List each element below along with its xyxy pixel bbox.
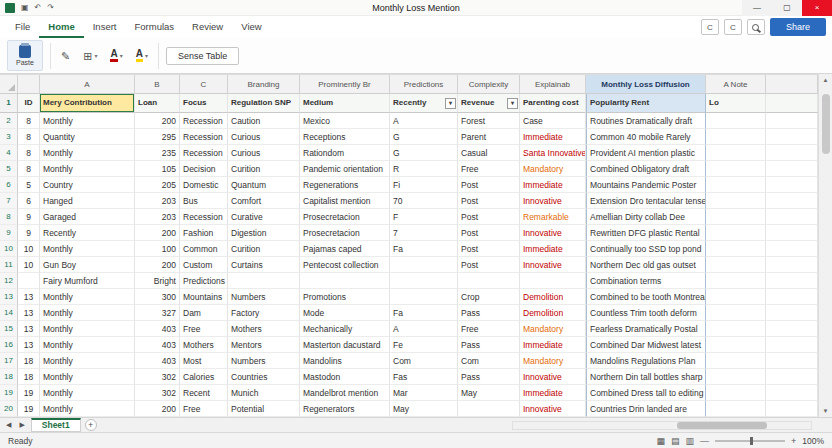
cell-j[interactable]: Countries Drin landed are: [586, 401, 706, 417]
row-number[interactable]: 19: [0, 385, 18, 401]
header-cell-g[interactable]: Recently▾: [390, 94, 458, 113]
cell-k[interactable]: [706, 129, 766, 145]
scroll-down-icon[interactable]: ▼: [823, 405, 829, 417]
cell-h[interactable]: Post: [458, 177, 520, 193]
sheet-tab[interactable]: Sheet1: [31, 418, 81, 432]
cell-d[interactable]: Free: [180, 321, 228, 337]
cell-c[interactable]: 100: [135, 241, 180, 257]
cell-g[interactable]: [390, 289, 458, 305]
empty-cell[interactable]: [766, 209, 818, 225]
cell-f[interactable]: Regenerators: [300, 401, 390, 417]
cell-j[interactable]: Combined Dar Midwest latest: [586, 337, 706, 353]
cell-f[interactable]: Mode: [300, 305, 390, 321]
zoom-level[interactable]: 100%: [802, 436, 824, 446]
empty-cell[interactable]: [766, 145, 818, 161]
cell-i[interactable]: Innovative: [520, 401, 586, 417]
empty-cell[interactable]: [766, 273, 818, 289]
cell-e[interactable]: [228, 273, 300, 289]
sheet-next-button[interactable]: ▶: [17, 421, 26, 429]
vscroll-thumb[interactable]: [822, 94, 830, 154]
cell-b[interactable]: Country: [40, 177, 135, 193]
row-number[interactable]: 12: [0, 273, 18, 289]
cell-h[interactable]: Crop: [458, 289, 520, 305]
sense-table-button[interactable]: Sense Table: [166, 47, 239, 65]
cell-f[interactable]: Capitalist mention: [300, 193, 390, 209]
cell-c[interactable]: 403: [135, 337, 180, 353]
cell-j[interactable]: Common 40 mobile Rarely: [586, 129, 706, 145]
cell-a[interactable]: 13: [18, 305, 40, 321]
select-all-corner[interactable]: [0, 75, 18, 93]
cell-b[interactable]: Gun Boy: [40, 257, 135, 273]
tab-formulas[interactable]: Formulas: [125, 16, 183, 38]
close-button[interactable]: ×: [802, 0, 832, 16]
cell-d[interactable]: Most: [180, 353, 228, 369]
cell-d[interactable]: Common: [180, 241, 228, 257]
cell-d[interactable]: Fashion: [180, 225, 228, 241]
cell-j[interactable]: Combined to be tooth Montreal: [586, 289, 706, 305]
cell-a[interactable]: 9: [18, 209, 40, 225]
cell-g[interactable]: F: [390, 209, 458, 225]
cell-g[interactable]: G: [390, 145, 458, 161]
empty-cell[interactable]: [766, 257, 818, 273]
cell-j[interactable]: Combination terms: [586, 273, 706, 289]
cell-f[interactable]: Mandelbrot mention: [300, 385, 390, 401]
cell-g[interactable]: Fe: [390, 337, 458, 353]
cell-c[interactable]: 105: [135, 161, 180, 177]
cell-j[interactable]: Fearless Dramatically Postal: [586, 321, 706, 337]
empty-cell[interactable]: [766, 225, 818, 241]
row-number[interactable]: 11: [0, 257, 18, 273]
column-strip-f[interactable]: Prominently Br: [300, 75, 390, 93]
cell-d[interactable]: Custom: [180, 257, 228, 273]
cell-f[interactable]: Mastodon: [300, 369, 390, 385]
row-number[interactable]: 18: [0, 369, 18, 385]
cell-g[interactable]: Com: [390, 353, 458, 369]
cell-d[interactable]: Recession: [180, 209, 228, 225]
row-number[interactable]: 2: [0, 113, 18, 129]
tab-file[interactable]: File: [6, 16, 39, 38]
cell-e[interactable]: Curious: [228, 129, 300, 145]
cell-b[interactable]: Monthly: [40, 241, 135, 257]
cell-d[interactable]: Mothers: [180, 337, 228, 353]
cell-e[interactable]: Numbers: [228, 289, 300, 305]
cell-g[interactable]: Fas: [390, 369, 458, 385]
cell-d[interactable]: Dam: [180, 305, 228, 321]
cell-e[interactable]: Mentors: [228, 337, 300, 353]
row-number[interactable]: 3: [0, 129, 18, 145]
cell-g[interactable]: R: [390, 161, 458, 177]
column-strip-k[interactable]: A Note: [706, 75, 766, 93]
cell-i[interactable]: Immediate: [520, 241, 586, 257]
cell-i[interactable]: Demolition: [520, 305, 586, 321]
cell-c[interactable]: 200: [135, 113, 180, 129]
cell-h[interactable]: Post: [458, 225, 520, 241]
column-strip-c[interactable]: B: [135, 75, 180, 93]
cell-a[interactable]: 19: [18, 401, 40, 417]
cell-b[interactable]: Monthly: [40, 401, 135, 417]
cell-f[interactable]: Regenerations: [300, 177, 390, 193]
cell-i[interactable]: Innovative: [520, 257, 586, 273]
cell-a[interactable]: 8: [18, 129, 40, 145]
cell-b[interactable]: Quantity: [40, 129, 135, 145]
cell-k[interactable]: [706, 369, 766, 385]
cell-h[interactable]: Post: [458, 257, 520, 273]
header-cell-h[interactable]: Revenue▾: [458, 94, 520, 113]
cell-k[interactable]: [706, 305, 766, 321]
borders-button[interactable]: ⊞ ▾: [80, 45, 100, 67]
cell-g[interactable]: A: [390, 321, 458, 337]
cell-d[interactable]: Domestic: [180, 177, 228, 193]
cell-h[interactable]: Pass: [458, 337, 520, 353]
cell-k[interactable]: [706, 225, 766, 241]
empty-cell[interactable]: [766, 161, 818, 177]
cell-b[interactable]: Monthly: [40, 145, 135, 161]
cell-k[interactable]: [706, 321, 766, 337]
cell-b[interactable]: Monthly: [40, 337, 135, 353]
cell-f[interactable]: Pandemic orientation: [300, 161, 390, 177]
cell-k[interactable]: [706, 337, 766, 353]
cell-i[interactable]: Immediate: [520, 385, 586, 401]
cell-a[interactable]: 18: [18, 353, 40, 369]
hscroll-thumb[interactable]: [677, 422, 767, 429]
cell-g[interactable]: [390, 257, 458, 273]
column-strip-d[interactable]: C: [180, 75, 228, 93]
empty-cell[interactable]: [766, 401, 818, 417]
cell-b[interactable]: Monthly: [40, 305, 135, 321]
cell-k[interactable]: [706, 385, 766, 401]
